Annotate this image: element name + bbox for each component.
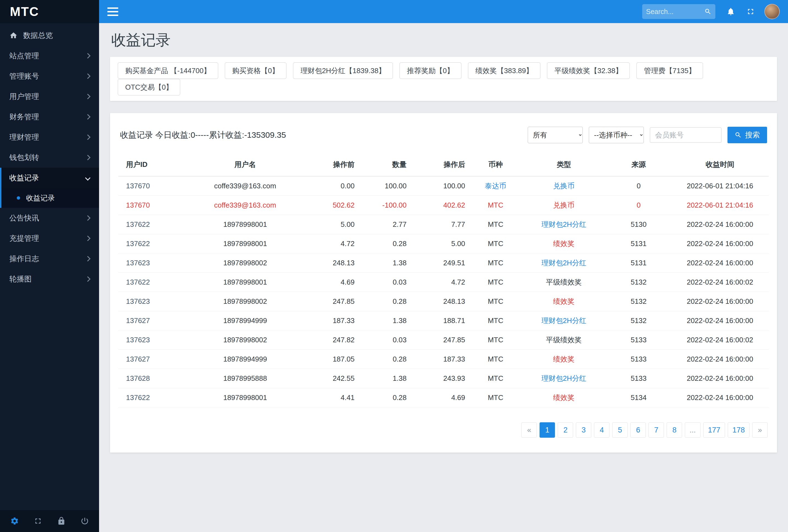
stat-button-0[interactable]: 购买基金产品 【-144700】 bbox=[118, 62, 218, 79]
sidebar-item-label: 用户管理 bbox=[9, 91, 80, 101]
cell-before: 242.55 bbox=[300, 369, 359, 388]
cell-source: 5132 bbox=[606, 273, 671, 292]
pagination-page-5[interactable]: 5 bbox=[612, 422, 628, 438]
type-filter-select[interactable]: 所有 bbox=[528, 127, 583, 143]
sidebar-subitem-income-records[interactable]: 收益记录 bbox=[0, 188, 99, 208]
table-row: 13762318978998002248.131.38249.51MTC理财包2… bbox=[118, 253, 769, 273]
sidebar-item-income[interactable]: 收益记录 bbox=[0, 168, 99, 188]
pagination-page-1[interactable]: 1 bbox=[539, 422, 555, 438]
stat-button-1[interactable]: 购买资格【0】 bbox=[225, 62, 287, 79]
pagination-page-7[interactable]: 7 bbox=[649, 422, 664, 438]
sidebar-item-label: 财务管理 bbox=[9, 112, 80, 122]
cell-quantity: 100.00 bbox=[359, 176, 411, 196]
sidebar-item-carousel[interactable]: 轮播图 bbox=[0, 269, 99, 289]
cell-before: 4.41 bbox=[300, 388, 359, 407]
stat-button-2[interactable]: 理财包2H分红【1839.38】 bbox=[293, 62, 393, 79]
sidebar-item-users[interactable]: 用户管理 bbox=[0, 86, 99, 107]
cell-after: 249.51 bbox=[411, 253, 470, 273]
cell-coin: MTC bbox=[470, 273, 522, 292]
cell-user-id[interactable]: 137623 bbox=[118, 253, 190, 273]
home-icon bbox=[9, 31, 18, 40]
stat-button-7[interactable]: OTC交易【0】 bbox=[118, 79, 180, 96]
cell-user-id[interactable]: 137623 bbox=[118, 292, 190, 311]
cell-user-id[interactable]: 137670 bbox=[118, 176, 190, 196]
sidebar-subitem-label: 收益记录 bbox=[26, 193, 55, 203]
pagination-page-6[interactable]: 6 bbox=[630, 422, 646, 438]
cell-time: 2022-02-24 16:00:00 bbox=[671, 350, 769, 369]
sidebar-item-label: 公告快讯 bbox=[9, 213, 80, 223]
pagination-page-178[interactable]: 178 bbox=[728, 422, 749, 438]
pagination-page-177[interactable]: 177 bbox=[703, 422, 725, 438]
pagination-page-4[interactable]: 4 bbox=[594, 422, 609, 438]
cell-type: 理财包2H分红 bbox=[522, 311, 606, 330]
cell-user-id[interactable]: 137622 bbox=[118, 388, 190, 407]
search-input[interactable] bbox=[646, 8, 704, 16]
cell-type: 平级绩效奖 bbox=[522, 330, 606, 350]
sidebar-nav: 数据总览站点管理管理账号用户管理财务管理理财管理钱包划转收益记录收益记录公告快讯… bbox=[0, 23, 99, 510]
cell-quantity: 1.38 bbox=[359, 311, 411, 330]
cell-user-id[interactable]: 137627 bbox=[118, 311, 190, 330]
member-account-input[interactable] bbox=[650, 127, 722, 143]
cell-user-id[interactable]: 137623 bbox=[118, 330, 190, 350]
pagination-prev[interactable]: « bbox=[521, 422, 537, 438]
stat-button-4[interactable]: 绩效奖【383.89】 bbox=[468, 62, 541, 79]
stat-button-6[interactable]: 管理费【7135】 bbox=[636, 62, 703, 79]
avatar[interactable] bbox=[764, 4, 780, 19]
cell-coin: MTC bbox=[470, 350, 522, 369]
sidebar-item-wealth[interactable]: 理财管理 bbox=[0, 127, 99, 147]
bullet-icon bbox=[17, 196, 20, 200]
pagination-ellipsis[interactable]: ... bbox=[685, 422, 701, 438]
cell-source: 5132 bbox=[606, 292, 671, 311]
cell-after: 402.62 bbox=[411, 196, 470, 215]
gear-icon[interactable] bbox=[10, 517, 19, 526]
cell-type: 理财包2H分红 bbox=[522, 369, 606, 388]
cell-username: 18978995888 bbox=[190, 369, 300, 388]
search-button[interactable]: 搜索 bbox=[727, 127, 767, 143]
cell-user-id[interactable]: 137622 bbox=[118, 273, 190, 292]
cell-user-id[interactable]: 137627 bbox=[118, 350, 190, 369]
pagination-page-3[interactable]: 3 bbox=[576, 422, 591, 438]
cell-user-id[interactable]: 137622 bbox=[118, 215, 190, 234]
power-icon[interactable] bbox=[80, 517, 89, 526]
cell-user-id[interactable]: 137670 bbox=[118, 196, 190, 215]
cell-username: 18978998001 bbox=[190, 273, 300, 292]
sidebar-item-admin-account[interactable]: 管理账号 bbox=[0, 66, 99, 86]
column-header: 用户名 bbox=[190, 153, 300, 176]
cell-user-id[interactable]: 137622 bbox=[118, 234, 190, 253]
column-header: 币种 bbox=[470, 153, 522, 176]
fullscreen-icon[interactable] bbox=[34, 517, 42, 526]
menu-icon[interactable] bbox=[107, 7, 118, 16]
cell-before: 4.69 bbox=[300, 273, 359, 292]
cell-user-id[interactable]: 137628 bbox=[118, 369, 190, 388]
cell-source: 5131 bbox=[606, 253, 671, 273]
pagination-page-2[interactable]: 2 bbox=[558, 422, 573, 438]
cell-before: 5.00 bbox=[300, 215, 359, 234]
cell-time: 2022-06-01 21:04:16 bbox=[671, 176, 769, 196]
fullscreen-icon[interactable] bbox=[746, 7, 755, 16]
pagination-next[interactable]: » bbox=[752, 422, 768, 438]
pagination-page-8[interactable]: 8 bbox=[667, 422, 682, 438]
table-row: 13762318978998002247.820.03247.85MTC平级绩效… bbox=[118, 330, 769, 350]
lock-icon[interactable] bbox=[57, 517, 66, 526]
stat-button-5[interactable]: 平级绩效奖【32.38】 bbox=[547, 62, 630, 79]
cell-type: 平级绩效奖 bbox=[522, 273, 606, 292]
sidebar-item-deposit-withdraw[interactable]: 充提管理 bbox=[0, 228, 99, 248]
sidebar-item-finance[interactable]: 财务管理 bbox=[0, 107, 99, 127]
sidebar-item-site[interactable]: 站点管理 bbox=[0, 46, 99, 66]
coin-filter-select[interactable]: --选择币种-- bbox=[589, 127, 644, 143]
cell-before: 247.82 bbox=[300, 330, 359, 350]
table-row: 137622189789980015.002.777.77MTC理财包2H分红5… bbox=[118, 215, 769, 234]
search-icon[interactable] bbox=[704, 8, 711, 15]
sidebar-item-operation-logs[interactable]: 操作日志 bbox=[0, 248, 99, 269]
cell-source: 5133 bbox=[606, 330, 671, 350]
sidebar-item-announcements[interactable]: 公告快讯 bbox=[0, 208, 99, 228]
bell-icon[interactable] bbox=[726, 7, 735, 16]
column-header: 收益时间 bbox=[671, 153, 769, 176]
cell-source: 5134 bbox=[606, 388, 671, 407]
cell-time: 2022-06-01 21:04:16 bbox=[671, 196, 769, 215]
stat-button-3[interactable]: 推荐奖励【0】 bbox=[399, 62, 461, 79]
cell-time: 2022-02-24 16:00:02 bbox=[671, 273, 769, 292]
app-logo[interactable]: MTC bbox=[0, 0, 99, 23]
sidebar-item-dashboard[interactable]: 数据总览 bbox=[0, 25, 99, 46]
sidebar-item-wallet-transfer[interactable]: 钱包划转 bbox=[0, 147, 99, 168]
